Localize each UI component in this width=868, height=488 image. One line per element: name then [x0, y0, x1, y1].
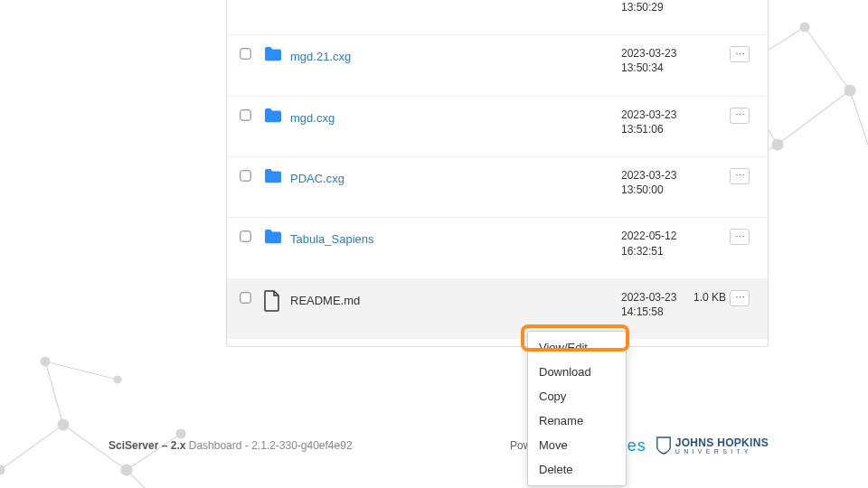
svg-point-10 — [800, 23, 809, 32]
svg-point-24 — [121, 465, 132, 475]
file-list-panel: 13:50:29mgd.21.cxg2023-03-23 13:50:34⋯mg… — [226, 0, 769, 347]
dropdown-item-delete[interactable]: Delete — [528, 457, 626, 482]
folder-icon — [263, 229, 290, 245]
svg-line-21 — [45, 361, 118, 380]
footer: SciServer – 2.x Dashboard - 2.1.2-330-g4… — [108, 436, 769, 455]
file-name: README.md — [290, 294, 360, 307]
file-icon — [263, 290, 290, 312]
dropdown-item-rename[interactable]: Rename — [528, 408, 626, 433]
row-date: 2022-05-12 16:32:51 — [621, 229, 693, 258]
row-checkbox[interactable] — [240, 109, 250, 120]
row-date: 13:50:29 — [621, 0, 693, 14]
more-actions-button[interactable]: ⋯ — [730, 108, 750, 124]
row-checkbox[interactable] — [240, 292, 250, 303]
row-checkbox[interactable] — [240, 231, 250, 242]
row-date: 2023-03-23 13:50:00 — [621, 168, 693, 197]
row-date: 2023-03-23 13:51:06 — [621, 108, 693, 136]
svg-line-16 — [0, 425, 63, 470]
svg-point-12 — [844, 85, 855, 96]
table-row: mgd.cxg2023-03-23 13:51:06⋯ — [227, 96, 768, 156]
svg-point-22 — [0, 465, 5, 474]
row-date: 2023-03-23 14:15:58 — [621, 290, 693, 319]
row-date: 2023-03-23 13:50:34 — [621, 46, 693, 75]
folder-icon — [263, 108, 290, 124]
svg-line-18 — [45, 361, 63, 425]
svg-line-6 — [850, 90, 868, 172]
folder-icon — [263, 168, 290, 184]
dropdown-item-copy[interactable]: Copy — [528, 384, 626, 408]
dropdown-item-download[interactable]: Download — [528, 360, 626, 384]
footer-version: SciServer – 2.x Dashboard - 2.1.2-330-g4… — [108, 439, 353, 452]
dropdown-item-move[interactable]: Move — [528, 433, 626, 457]
table-row: README.md2023-03-23 14:15:581.0 KB⋯ — [227, 278, 768, 339]
bg-network-bottom — [0, 334, 217, 488]
svg-point-11 — [772, 139, 783, 150]
more-actions-button[interactable]: ⋯ — [730, 168, 750, 184]
table-row: 13:50:29 — [227, 0, 768, 34]
svg-point-25 — [41, 357, 50, 366]
dropdown-item-view-edit[interactable]: View/Edit — [528, 335, 626, 360]
folder-link[interactable]: PDAC.cxg — [290, 172, 344, 185]
file-actions-dropdown: View/EditDownloadCopyRenameMoveDelete — [527, 331, 627, 486]
folder-icon — [263, 46, 290, 62]
row-checkbox[interactable] — [240, 49, 250, 60]
folder-link[interactable]: Tabula_Sapiens — [290, 232, 374, 246]
svg-line-4 — [778, 90, 850, 145]
more-actions-button[interactable]: ⋯ — [730, 46, 750, 62]
folder-link[interactable]: mgd.cxg — [290, 111, 335, 125]
table-row: mgd.21.cxg2023-03-23 13:50:34⋯ — [227, 34, 768, 95]
row-size: 1.0 KB — [693, 290, 730, 305]
folder-link[interactable]: mgd.21.cxg — [290, 50, 351, 63]
table-row: Tabula_Sapiens2022-05-12 16:32:51⋯ — [227, 217, 768, 277]
table-row: PDAC.cxg2023-03-23 13:50:00⋯ — [227, 156, 768, 217]
more-actions-button[interactable]: ⋯ — [730, 229, 750, 245]
more-actions-button[interactable]: ⋯ — [730, 290, 750, 306]
row-checkbox[interactable] — [240, 170, 250, 181]
svg-line-20 — [127, 470, 163, 488]
jhu-logo: JOHNS HOPKINS U N I V E R S I T Y — [656, 436, 769, 455]
svg-point-28 — [114, 376, 121, 383]
svg-line-3 — [805, 27, 850, 90]
svg-point-23 — [58, 419, 69, 430]
